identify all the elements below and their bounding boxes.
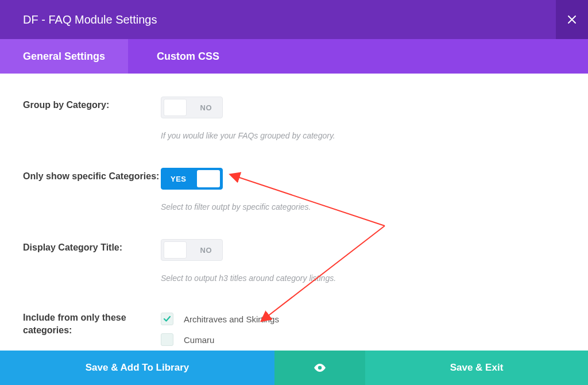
toggle-only-specific[interactable]: YES — [161, 168, 223, 190]
list-item: Cumaru — [161, 333, 565, 346]
module-header: DF - FAQ Module Settings — [0, 0, 588, 39]
settings-content: Group by Category: NO If you would like … — [0, 74, 588, 351]
toggle-knob — [164, 241, 187, 259]
list-item: Architraves and Skirtings — [161, 313, 565, 325]
eye-icon — [313, 361, 327, 375]
checkbox-architraves[interactable] — [161, 313, 173, 325]
svg-point-2 — [318, 366, 322, 369]
footer-bar: Save & Add To Library Save & Exit — [0, 351, 588, 385]
field-include-from-categories: Include from only these categories: Arch… — [23, 310, 565, 351]
help-text: Select to output h3 titles around catego… — [161, 274, 565, 283]
category-checklist: Architraves and Skirtings Cumaru — [161, 313, 565, 346]
toggle-knob — [197, 170, 220, 187]
toggle-text: NO — [200, 103, 212, 112]
help-text: If you would like your FAQs grouped by c… — [161, 131, 565, 140]
field-display-category-title: Display Category Title: NO Select to out… — [23, 239, 565, 283]
tab-custom-css[interactable]: Custom CSS — [128, 39, 242, 74]
field-only-specific-categories: Only show specific Categories: YES Selec… — [23, 168, 565, 211]
toggle-text: NO — [200, 246, 212, 255]
save-add-library-button[interactable]: Save & Add To Library — [0, 351, 274, 385]
preview-button[interactable] — [274, 351, 365, 385]
toggle-group-by-category[interactable]: NO — [161, 97, 223, 118]
close-button[interactable] — [556, 0, 588, 39]
checkbox-cumaru[interactable] — [161, 333, 173, 346]
close-icon — [567, 15, 577, 24]
field-group-by-category: Group by Category: NO If you would like … — [23, 97, 565, 140]
field-label: Include from only these categories: — [23, 310, 161, 336]
field-label: Only show specific Categories: — [23, 168, 161, 183]
help-text: Select to filter outpt by specific categ… — [161, 202, 565, 211]
field-label: Group by Category: — [23, 97, 161, 111]
checkbox-label: Architraves and Skirtings — [184, 314, 279, 324]
field-label: Display Category Title: — [23, 239, 161, 254]
toggle-display-title[interactable]: NO — [161, 239, 223, 261]
check-icon — [163, 315, 171, 323]
checkbox-label: Cumaru — [184, 335, 214, 345]
toggle-text: YES — [171, 175, 187, 183]
tab-bar: General Settings Custom CSS — [0, 39, 588, 74]
save-exit-button[interactable]: Save & Exit — [365, 351, 588, 385]
module-title: DF - FAQ Module Settings — [0, 13, 157, 26]
tab-general-settings[interactable]: General Settings — [0, 39, 128, 74]
toggle-knob — [164, 99, 187, 116]
